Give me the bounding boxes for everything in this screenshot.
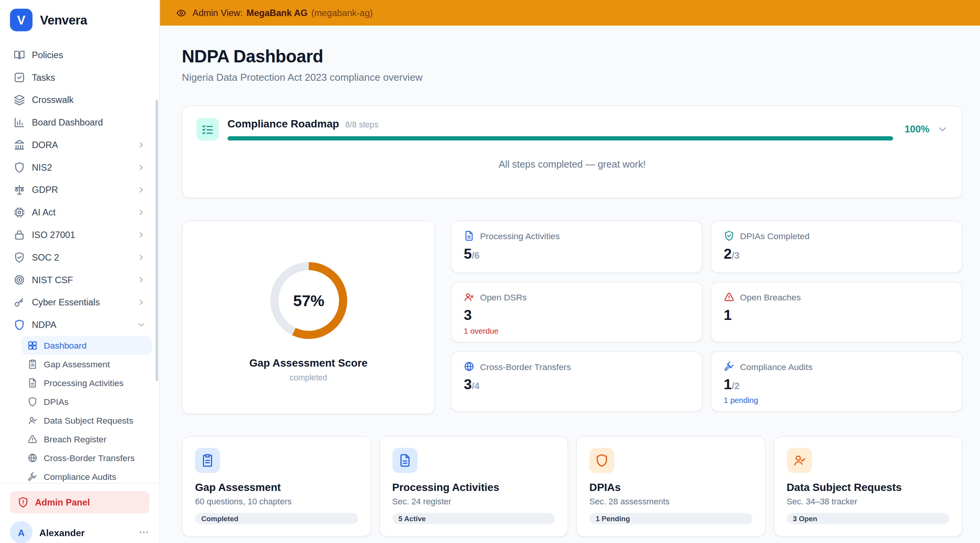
roadmap-percent: 100% <box>905 124 929 135</box>
stat-label: Compliance Audits <box>740 361 812 371</box>
sidebar-item-cyber-essentials[interactable]: Cyber Essentials <box>8 291 152 314</box>
nav-label: Processing Activities <box>44 378 123 388</box>
stat-total: /3 <box>732 250 740 261</box>
eye-icon <box>176 8 186 18</box>
page-title: NDPA Dashboard <box>182 47 962 67</box>
shield-alert-icon <box>18 497 29 508</box>
sidebar-item-ndpa[interactable]: NDPA <box>8 314 152 336</box>
admin-panel-button[interactable]: Admin Panel <box>10 491 149 514</box>
chip-icon <box>14 207 25 218</box>
globe-icon <box>28 453 38 463</box>
user-x-icon <box>464 292 474 302</box>
chevron-right-icon <box>137 186 146 194</box>
chevron-down-icon[interactable] <box>937 124 948 135</box>
module-processing-activities[interactable]: Processing Activities Sec. 24 register 5… <box>379 436 568 537</box>
gavel-icon <box>724 361 735 372</box>
shield-icon <box>28 397 38 407</box>
sidebar-item-nis2[interactable]: NIS2 <box>8 156 152 179</box>
roadmap-progress-track <box>227 136 893 140</box>
page-subtitle: Nigeria Data Protection Act 2023 complia… <box>182 72 962 83</box>
sidebar-item-board-dashboard[interactable]: Board Dashboard <box>8 111 152 134</box>
sidebar-item-crosswalk[interactable]: Crosswalk <box>8 89 152 111</box>
sidebar-item-cross-border-transfers[interactable]: Cross-Border Transfers <box>21 448 152 467</box>
stat-total: /2 <box>732 380 740 391</box>
user-name: Alexander <box>39 527 85 538</box>
layers-icon <box>14 95 25 106</box>
sidebar-item-compliance-audits[interactable]: Compliance Audits <box>21 467 152 483</box>
stat-label: DPIAs Completed <box>740 231 810 241</box>
shield-check-icon <box>724 230 735 241</box>
module-gap-assessment[interactable]: Gap Assessment 60 questions, 10 chapters… <box>182 436 371 537</box>
stat-label: Processing Activities <box>480 231 560 241</box>
stat-label: Open Breaches <box>740 292 801 302</box>
stat-processing-activities: Processing Activities 5/6 <box>451 220 702 273</box>
nav-label: Data Subject Requests <box>44 416 133 426</box>
banner-text: Admin View: MegaBank AG (megabank-ag) <box>193 8 373 18</box>
sidebar-item-ndpa-dashboard[interactable]: Dashboard <box>21 336 152 355</box>
sidebar-item-policies[interactable]: Policies <box>8 44 152 66</box>
sidebar-item-nist-csf[interactable]: NIST CSF <box>8 269 152 291</box>
sidebar-item-ai-act[interactable]: AI Act <box>8 201 152 224</box>
sidebar-item-soc-2[interactable]: SOC 2 <box>8 246 152 269</box>
nav-label: Cyber Essentials <box>32 297 100 307</box>
stat-value: 3 <box>464 307 472 323</box>
module-status-bar: 3 Open <box>787 513 949 524</box>
book-icon <box>14 49 25 60</box>
scales-icon <box>14 184 25 196</box>
stat-value: 1 <box>724 376 732 392</box>
roadmap-message: All steps completed — great work! <box>196 159 948 170</box>
gavel-icon <box>28 472 38 482</box>
ellipsis-icon[interactable] <box>138 527 149 538</box>
chevron-right-icon <box>137 140 146 149</box>
sidebar-item-data-subject-requests[interactable]: Data Subject Requests <box>21 411 152 430</box>
brand[interactable]: V Venvera <box>0 0 159 40</box>
gap-score-label: Gap Assessment Score <box>249 357 368 370</box>
sidebar-item-tasks[interactable]: Tasks <box>8 66 152 89</box>
sidebar: V Venvera Policies Tasks Crosswalk Board… <box>0 0 160 543</box>
sidebar-scrollbar[interactable] <box>156 100 158 381</box>
stat-note: 1 pending <box>724 396 949 405</box>
file-icon <box>392 448 417 473</box>
globe-icon <box>464 361 474 372</box>
avatar: A <box>10 521 33 543</box>
nav-label: Dashboard <box>44 341 87 351</box>
chevron-right-icon <box>137 253 146 262</box>
banner-org: MegaBank AG <box>247 8 308 18</box>
module-subtitle: Sec. 34–38 tracker <box>787 497 949 506</box>
sidebar-nav: Policies Tasks Crosswalk Board Dashboard… <box>0 40 159 483</box>
ndpa-subnav: Dashboard Gap Assessment Processing Acti… <box>8 336 152 483</box>
module-dpias[interactable]: DPIAs Sec. 28 assessments 1 Pending <box>576 436 765 537</box>
nav-label: Breach Register <box>44 434 106 444</box>
nav-label: DPIAs <box>44 397 69 407</box>
roadmap-steps: 8/8 steps <box>345 120 378 129</box>
shield-icon <box>590 448 614 473</box>
sidebar-item-gap-assessment[interactable]: Gap Assessment <box>21 355 152 373</box>
nav-label: ISO 27001 <box>32 230 75 240</box>
main-content: NDPA Dashboard Nigeria Data Protection A… <box>160 26 980 543</box>
venvera-logo-icon: V <box>10 9 33 31</box>
sidebar-bottom: Admin Panel A Alexander <box>0 483 159 543</box>
module-subtitle: Sec. 24 register <box>392 497 555 506</box>
sidebar-item-iso-27001[interactable]: ISO 27001 <box>8 223 152 246</box>
sidebar-item-dora[interactable]: DORA <box>8 134 152 156</box>
modules-section: Gap Assessment 60 questions, 10 chapters… <box>182 436 962 537</box>
stats-grid: Processing Activities 5/6 DPIAs Complete… <box>451 220 962 412</box>
sidebar-item-gdpr[interactable]: GDPR <box>8 179 152 201</box>
nav-label: DORA <box>32 140 58 150</box>
module-status: 3 Open <box>793 515 817 522</box>
module-subtitle: Sec. 28 assessments <box>590 497 752 506</box>
alert-triangle-icon <box>724 292 735 302</box>
user-menu[interactable]: A Alexander <box>10 521 149 543</box>
sidebar-item-breach-register[interactable]: Breach Register <box>21 430 152 448</box>
sidebar-item-dpias[interactable]: DPIAs <box>21 392 152 411</box>
chevron-right-icon <box>137 208 146 217</box>
gap-score-status: completed <box>290 373 327 382</box>
nav-label: NIST CSF <box>32 275 73 285</box>
chevron-right-icon <box>137 276 146 284</box>
sidebar-item-processing-activities[interactable]: Processing Activities <box>21 373 152 392</box>
file-icon <box>28 378 38 388</box>
stat-label: Open DSRs <box>480 292 527 302</box>
module-data-subject-requests[interactable]: Data Subject Requests Sec. 34–38 tracker… <box>773 436 962 537</box>
nav-label: NIS2 <box>32 162 52 172</box>
module-title: Processing Activities <box>392 482 555 494</box>
